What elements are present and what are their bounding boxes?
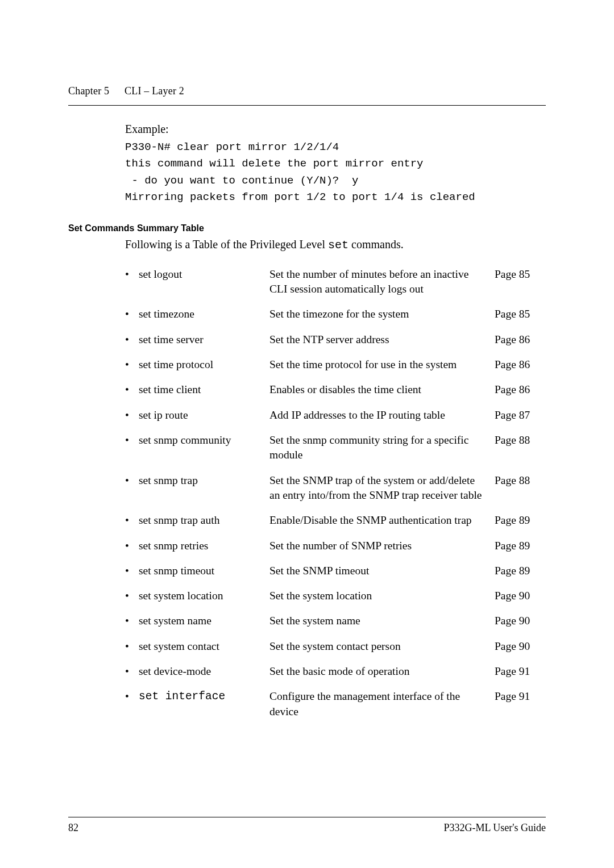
bullet-icon: •	[125, 382, 139, 397]
command-description: Set the SNMP trap of the system or add/d…	[269, 473, 495, 503]
table-row: •set time protocolSet the time protocol …	[125, 352, 546, 377]
command-name: set snmp trap	[139, 473, 269, 488]
intro-mono: set	[328, 239, 349, 252]
command-description: Set the system contact person	[269, 639, 495, 654]
command-page: Page 90	[495, 639, 546, 654]
bullet-icon: •	[125, 408, 139, 423]
table-row: •set interfaceConfigure the management i…	[125, 684, 546, 724]
command-page: Page 89	[495, 513, 546, 528]
command-description: Set the snmp community string for a spec…	[269, 433, 495, 463]
example-label: Example:	[125, 123, 546, 136]
code-line: P330-N# clear port mirror 1/2/1/4	[125, 141, 339, 153]
table-row: •set snmp communitySet the snmp communit…	[125, 428, 546, 468]
command-description: Set the SNMP timeout	[269, 564, 495, 578]
bullet-icon: •	[125, 614, 139, 628]
command-name: set system name	[139, 614, 269, 628]
bullet-icon: •	[125, 564, 139, 578]
command-description: Enable/Disable the SNMP authentication t…	[269, 513, 495, 528]
command-name: set time client	[139, 382, 269, 397]
table-row: •set time clientEnables or disables the …	[125, 377, 546, 402]
table-row: •set snmp retriesSet the number of SNMP …	[125, 533, 546, 558]
command-page: Page 91	[495, 689, 546, 704]
command-page: Page 88	[495, 433, 546, 448]
command-page: Page 86	[495, 382, 546, 397]
command-page: Page 89	[495, 539, 546, 553]
command-page: Page 88	[495, 473, 546, 488]
command-description: Set the timezone for the system	[269, 307, 495, 322]
command-description: Set the system name	[269, 614, 495, 628]
command-page: Page 91	[495, 664, 546, 679]
bullet-icon: •	[125, 539, 139, 553]
bullet-icon: •	[125, 332, 139, 347]
chapter-label: Chapter 5	[68, 85, 109, 97]
bullet-icon: •	[125, 664, 139, 679]
command-page: Page 89	[495, 564, 546, 578]
command-name: set system contact	[139, 639, 269, 654]
command-description: Set the number of SNMP retries	[269, 539, 495, 553]
bullet-icon: •	[125, 589, 139, 603]
footer-rule	[68, 817, 546, 817]
command-page: Page 85	[495, 267, 546, 282]
table-row: •set timezoneSet the timezone for the sy…	[125, 302, 546, 327]
command-description: Enables or disables the time client	[269, 382, 495, 397]
command-name: set ip route	[139, 408, 269, 423]
bullet-icon: •	[125, 357, 139, 372]
bullet-icon: •	[125, 267, 139, 282]
command-page: Page 85	[495, 307, 546, 322]
command-name: set time protocol	[139, 357, 269, 372]
command-description: Set the NTP server address	[269, 332, 495, 347]
command-name: set timezone	[139, 307, 269, 322]
command-description: Set the number of minutes before an inac…	[269, 267, 495, 297]
table-row: •set time serverSet the NTP server addre…	[125, 327, 546, 352]
command-page: Page 86	[495, 357, 546, 372]
footer: 82 P332G-ML User's Guide	[68, 817, 546, 834]
command-description: Set the system location	[269, 589, 495, 603]
command-name: set snmp timeout	[139, 564, 269, 578]
intro-pre: Following is a Table of the Privileged L…	[125, 238, 328, 251]
header-rule	[68, 105, 546, 106]
table-row: •set system nameSet the system namePage …	[125, 608, 546, 633]
code-line: - do you want to continue (Y/N)? y	[125, 174, 358, 187]
table-row: •set snmp timeoutSet the SNMP timeoutPag…	[125, 558, 546, 583]
command-name: set system location	[139, 589, 269, 603]
intro-post: commands.	[349, 238, 404, 251]
code-block: P330-N# clear port mirror 1/2/1/4 this c…	[125, 139, 546, 206]
command-table: •set logoutSet the number of minutes bef…	[125, 262, 546, 724]
bullet-icon: •	[125, 473, 139, 488]
bullet-icon: •	[125, 307, 139, 322]
command-page: Page 86	[495, 332, 546, 347]
command-name: set snmp trap auth	[139, 513, 269, 528]
command-name: set time server	[139, 332, 269, 347]
table-row: •set system contactSet the system contac…	[125, 634, 546, 659]
running-head: Chapter 5 CLI – Layer 2	[68, 85, 546, 97]
code-line: this command will delete the port mirror…	[125, 157, 424, 170]
command-description: Add IP addresses to the IP routing table	[269, 408, 495, 423]
command-name: set interface	[139, 689, 269, 704]
bullet-icon: •	[125, 639, 139, 654]
chapter-title: CLI – Layer 2	[125, 85, 184, 97]
command-name: set logout	[139, 267, 269, 282]
command-description: Set the time protocol for use in the sys…	[269, 357, 495, 372]
command-page: Page 87	[495, 408, 546, 423]
command-page: Page 90	[495, 589, 546, 603]
command-name: set device-mode	[139, 664, 269, 679]
command-description: Configure the management interface of th…	[269, 689, 495, 719]
guide-title: P332G-ML User's Guide	[443, 822, 546, 834]
code-line: Mirroring packets from port 1/2 to port …	[125, 191, 475, 203]
command-description: Set the basic mode of operation	[269, 664, 495, 679]
page-number: 82	[68, 822, 78, 834]
command-name: set snmp retries	[139, 539, 269, 553]
command-name: set snmp community	[139, 433, 269, 448]
bullet-icon: •	[125, 513, 139, 528]
bullet-icon: •	[125, 433, 139, 448]
table-row: •set snmp trap authEnable/Disable the SN…	[125, 508, 546, 533]
table-row: •set snmp trapSet the SNMP trap of the s…	[125, 468, 546, 508]
command-page: Page 90	[495, 614, 546, 628]
set-commands-heading: Set Commands Summary Table	[68, 223, 546, 233]
table-row: •set system locationSet the system locat…	[125, 583, 546, 608]
bullet-icon: •	[125, 689, 139, 704]
intro-line: Following is a Table of the Privileged L…	[125, 238, 546, 252]
table-row: •set logoutSet the number of minutes bef…	[125, 262, 546, 302]
table-row: •set ip routeAdd IP addresses to the IP …	[125, 403, 546, 428]
table-row: •set device-modeSet the basic mode of op…	[125, 659, 546, 684]
